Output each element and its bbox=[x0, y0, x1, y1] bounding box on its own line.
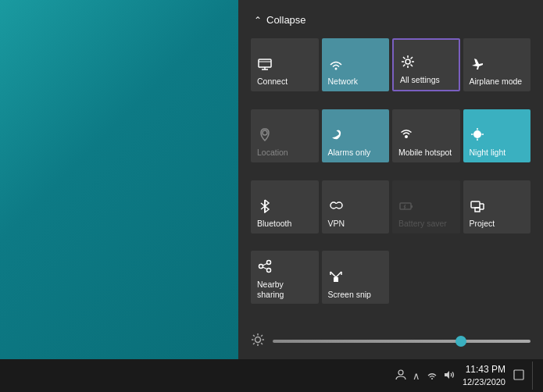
svg-point-39 bbox=[255, 337, 261, 343]
svg-point-31 bbox=[267, 269, 271, 273]
bluetooth-icon bbox=[257, 198, 273, 216]
svg-line-46 bbox=[261, 335, 263, 337]
tile-project-label: Project bbox=[470, 219, 495, 229]
taskbar-system-icons: ∧ bbox=[395, 369, 455, 383]
volume-icon[interactable] bbox=[444, 369, 455, 383]
tile-vpn-label: VPN bbox=[328, 219, 345, 229]
tile-bluetooth[interactable]: Bluetooth bbox=[251, 180, 319, 233]
person-icon[interactable] bbox=[395, 369, 406, 383]
tile-bluetooth-label: Bluetooth bbox=[257, 219, 291, 229]
svg-line-34 bbox=[330, 272, 336, 277]
project-icon bbox=[470, 198, 485, 216]
alarms-only-icon bbox=[328, 127, 344, 144]
brightness-slider[interactable] bbox=[273, 340, 530, 343]
svg-rect-18 bbox=[334, 204, 338, 207]
tile-all-settings[interactable]: All settings bbox=[392, 38, 460, 91]
connect-icon bbox=[257, 55, 273, 73]
tile-network[interactable]: Network bbox=[322, 38, 390, 91]
vpn-icon bbox=[328, 198, 344, 216]
svg-point-5 bbox=[405, 59, 410, 64]
svg-rect-25 bbox=[475, 208, 480, 212]
quick-actions-grid: Connect Network All settings bbox=[238, 34, 543, 326]
svg-point-48 bbox=[398, 370, 403, 375]
tile-airplane-mode[interactable]: Airplane mode bbox=[463, 38, 531, 91]
tile-snip-label: Screen snip bbox=[328, 290, 371, 300]
svg-rect-24 bbox=[471, 201, 480, 208]
screen-snip-icon bbox=[328, 269, 344, 287]
battery-saver-icon bbox=[398, 198, 414, 216]
svg-line-47 bbox=[253, 343, 255, 344]
collapse-label: Collapse bbox=[266, 14, 306, 26]
taskbar: ∧ 11:43 PM 12/23/2020 bbox=[0, 359, 543, 392]
background-left bbox=[0, 0, 242, 359]
location-icon bbox=[257, 127, 273, 144]
tile-nearby-label: Nearby sharing bbox=[257, 280, 313, 299]
tile-location[interactable]: Location bbox=[251, 109, 319, 162]
mobile-hotspot-icon bbox=[398, 127, 414, 144]
nearby-sharing-icon bbox=[257, 258, 273, 276]
svg-marker-50 bbox=[445, 371, 449, 379]
action-center-header: ⌃ Collapse bbox=[238, 0, 543, 34]
svg-point-29 bbox=[259, 265, 263, 269]
tile-vpn[interactable]: VPN bbox=[322, 180, 390, 233]
svg-rect-0 bbox=[259, 59, 271, 67]
svg-rect-19 bbox=[400, 203, 411, 209]
tile-connect[interactable]: Connect bbox=[251, 38, 319, 91]
show-desktop-button[interactable] bbox=[532, 362, 537, 390]
tile-battery-label: Battery saver bbox=[398, 219, 447, 229]
tile-screen-snip[interactable]: Screen snip bbox=[322, 251, 390, 304]
action-center-panel: ⌃ Collapse Connect bbox=[238, 0, 543, 359]
svg-rect-20 bbox=[411, 205, 413, 208]
svg-point-8 bbox=[473, 130, 481, 138]
svg-line-33 bbox=[263, 267, 267, 269]
svg-point-4 bbox=[334, 68, 337, 70]
tile-night-light[interactable]: Night light bbox=[463, 109, 531, 162]
tile-project[interactable]: Project bbox=[463, 180, 531, 233]
svg-rect-51 bbox=[514, 370, 523, 380]
tile-mobile-hotspot[interactable]: Mobile hotspot bbox=[392, 109, 460, 162]
svg-line-32 bbox=[263, 263, 267, 265]
tile-all-settings-label: All settings bbox=[400, 75, 440, 85]
svg-rect-38 bbox=[334, 277, 338, 282]
wifi-icon[interactable] bbox=[427, 369, 438, 383]
svg-line-44 bbox=[253, 335, 255, 337]
chevron-up-icon[interactable]: ∧ bbox=[413, 370, 420, 382]
brightness-thumb bbox=[455, 336, 466, 347]
svg-point-7 bbox=[405, 135, 408, 138]
collapse-button[interactable]: ⌃ Collapse bbox=[254, 14, 306, 26]
svg-point-30 bbox=[267, 261, 271, 265]
notification-icon[interactable] bbox=[513, 369, 524, 383]
tile-nearby-sharing[interactable]: Nearby sharing bbox=[251, 251, 319, 304]
tile-battery-saver[interactable]: Battery saver bbox=[392, 180, 460, 233]
tile-alarms-only[interactable]: Alarms only bbox=[322, 109, 390, 162]
svg-point-6 bbox=[263, 130, 267, 135]
tile-location-label: Location bbox=[257, 148, 288, 158]
tile-alarms-label: Alarms only bbox=[328, 148, 371, 158]
brightness-row bbox=[238, 326, 543, 359]
svg-point-49 bbox=[431, 378, 433, 380]
network-icon bbox=[328, 55, 344, 73]
settings-icon bbox=[400, 54, 416, 72]
tile-hotspot-label: Mobile hotspot bbox=[398, 148, 452, 158]
tile-network-label: Network bbox=[328, 77, 359, 87]
taskbar-clock[interactable]: 11:43 PM 12/23/2020 bbox=[463, 364, 505, 387]
tile-airplane-label: Airplane mode bbox=[470, 77, 523, 87]
brightness-icon bbox=[251, 333, 265, 350]
tile-connect-label: Connect bbox=[257, 77, 288, 87]
clock-date: 12/23/2020 bbox=[463, 376, 505, 387]
night-light-icon bbox=[470, 127, 485, 144]
clock-time: 11:43 PM bbox=[466, 364, 505, 376]
svg-line-35 bbox=[336, 272, 341, 277]
collapse-icon: ⌃ bbox=[254, 15, 262, 26]
svg-line-45 bbox=[261, 343, 263, 344]
airplane-mode-icon bbox=[470, 55, 485, 73]
tile-night-light-label: Night light bbox=[470, 148, 506, 158]
